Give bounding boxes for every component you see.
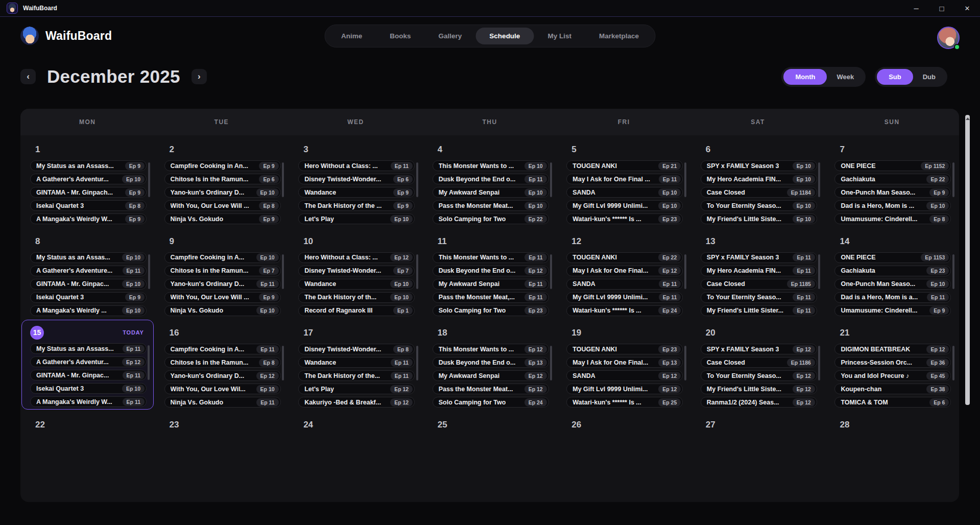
episode-list-scrollbar[interactable] <box>550 254 552 289</box>
day-cell-26[interactable]: 26 <box>557 411 691 503</box>
episode-pill[interactable]: Ranma1/2 (2024) Seas...Ep 12 <box>701 397 817 408</box>
episode-pill[interactable]: GINTAMA - Mr. Ginpac...Ep 11 <box>30 370 147 380</box>
day-cell-5[interactable]: 5TOUGEN ANKIEp 21May I Ask for One Final… <box>557 135 691 227</box>
episode-pill[interactable]: Pass the Monster Meat,...Ep 11 <box>433 292 549 303</box>
episode-pill[interactable]: SANDAEp 10 <box>566 187 683 198</box>
day-cell-22[interactable]: 22 <box>20 411 155 503</box>
episode-pill[interactable]: Yano-kun's Ordinary D...Ep 12 <box>164 370 281 381</box>
episode-list-scrollbar[interactable] <box>282 162 284 197</box>
nav-tab-anime[interactable]: Anime <box>327 28 376 44</box>
episode-pill[interactable]: May I Ask for One Final...Ep 12 <box>566 266 683 276</box>
episode-pill[interactable]: Kakuriyo -Bed & Breakf...Ep 12 <box>298 397 415 408</box>
day-cell-11[interactable]: 11This Monster Wants to ...Ep 11Dusk Bey… <box>423 227 557 319</box>
episode-pill[interactable]: Dusk Beyond the End o...Ep 12 <box>433 266 549 276</box>
day-cell-21[interactable]: 21DIGIMON BEATBREAKEp 12Princess-Session… <box>825 319 959 411</box>
day-cell-24[interactable]: 24 <box>289 411 423 503</box>
episode-list-scrollbar[interactable] <box>684 162 686 197</box>
episode-pill[interactable]: My Awkward SenpaiEp 12 <box>433 370 549 381</box>
episode-pill[interactable]: WandanceEp 9 <box>298 187 415 198</box>
episode-pill[interactable]: GachiakutaEp 22 <box>834 174 951 184</box>
episode-list-scrollbar[interactable] <box>148 345 150 380</box>
episode-pill[interactable]: Umamusume: Cinderell...Ep 9 <box>834 305 951 316</box>
episode-list-scrollbar[interactable] <box>952 346 954 380</box>
episode-pill[interactable]: Watari-kun's ****** Is ...Ep 25 <box>566 397 683 408</box>
nav-tab-schedule[interactable]: Schedule <box>475 28 534 44</box>
episode-pill[interactable]: ONE PIECEEp 1152 <box>834 160 951 171</box>
episode-pill[interactable]: Disney Twisted-Wonder...Ep 7 <box>298 266 415 276</box>
episode-pill[interactable]: The Dark History of the...Ep 11 <box>298 370 415 381</box>
maximize-button[interactable]: □ <box>929 0 954 16</box>
episode-pill[interactable]: Let's PlayEp 10 <box>298 213 415 224</box>
episode-pill[interactable]: DIGIMON BEATBREAKEp 12 <box>834 344 951 354</box>
episode-pill[interactable]: My Gift Lvl 9999 Unlimi...Ep 10 <box>566 200 683 211</box>
episode-list-scrollbar[interactable] <box>416 162 418 197</box>
episode-list-scrollbar[interactable] <box>148 162 150 197</box>
episode-pill[interactable]: A Gatherer's Adventur...Ep 10 <box>30 174 147 184</box>
episode-pill[interactable]: This Monster Wants to ...Ep 10 <box>433 160 549 171</box>
nav-tab-books[interactable]: Books <box>376 28 424 44</box>
user-avatar[interactable] <box>937 27 960 49</box>
main-scrollbar[interactable] <box>965 115 970 405</box>
episode-list-scrollbar[interactable] <box>684 254 686 289</box>
episode-pill[interactable]: TOUGEN ANKIEp 23 <box>566 344 683 354</box>
episode-pill[interactable]: A Mangaka's Weirdly ...Ep 10 <box>30 305 147 316</box>
episode-pill[interactable]: Yano-kun's Ordinary D...Ep 10 <box>164 187 281 198</box>
episode-pill[interactable]: Isekai Quartet 3Ep 9 <box>30 292 147 303</box>
episode-list-scrollbar[interactable] <box>952 162 954 197</box>
view-toggle-week[interactable]: Week <box>827 69 864 85</box>
episode-pill[interactable]: My Gift Lvl 9999 Unlimi...Ep 11 <box>566 292 683 303</box>
day-cell-17[interactable]: 17Disney Twisted-Wonder...Ep 8WandanceEp… <box>289 319 423 411</box>
episode-list-scrollbar[interactable] <box>416 254 418 289</box>
episode-pill[interactable]: Isekai Quartet 3Ep 8 <box>30 200 147 211</box>
episode-pill[interactable]: Campfire Cooking in A...Ep 11 <box>164 344 281 354</box>
day-cell-10[interactable]: 10Hero Without a Class: ...Ep 12Disney T… <box>289 227 423 319</box>
episode-pill[interactable]: Ninja Vs. GokudoEp 10 <box>164 305 281 316</box>
episode-list-scrollbar[interactable] <box>818 162 820 197</box>
episode-pill[interactable]: Ninja Vs. GokudoEp 11 <box>164 397 281 408</box>
day-cell-9[interactable]: 9Campfire Cooking in A...Ep 10Chitose Is… <box>155 227 289 319</box>
episode-pill[interactable]: WandanceEp 10 <box>298 279 415 290</box>
episode-pill[interactable]: My Status as an Assass...Ep 11 <box>30 343 147 354</box>
episode-pill[interactable]: The Dark History of th...Ep 10 <box>298 292 415 303</box>
day-cell-18[interactable]: 18This Monster Wants to ...Ep 12Dusk Bey… <box>423 319 557 411</box>
episode-pill[interactable]: Solo Camping for TwoEp 22 <box>433 213 549 224</box>
episode-pill[interactable]: GINTAMA - Mr. Ginpac...Ep 10 <box>30 279 147 290</box>
episode-pill[interactable]: SANDAEp 12 <box>566 370 683 381</box>
episode-pill[interactable]: Pass the Monster Meat...Ep 10 <box>433 200 549 211</box>
episode-pill[interactable]: This Monster Wants to ...Ep 12 <box>433 344 549 354</box>
nav-tab-my-list[interactable]: My List <box>534 28 585 44</box>
episode-pill[interactable]: One-Punch Man Seaso...Ep 9 <box>834 187 951 198</box>
episode-pill[interactable]: My Awkward SenpaiEp 10 <box>433 187 549 198</box>
lang-toggle-dub[interactable]: Dub <box>913 69 945 85</box>
day-cell-19[interactable]: 19TOUGEN ANKIEp 23May I Ask for One Fina… <box>557 319 691 411</box>
episode-pill[interactable]: A Gatherer's Adventur...Ep 12 <box>30 356 147 367</box>
episode-pill[interactable]: Disney Twisted-Wonder...Ep 6 <box>298 174 415 184</box>
episode-pill[interactable]: With You, Our Love Wil...Ep 10 <box>164 384 281 394</box>
episode-pill[interactable]: A Mangaka's Weirdly W...Ep 9 <box>30 213 147 224</box>
episode-pill[interactable]: Watari-kun's ****** Is ...Ep 23 <box>566 213 683 224</box>
episode-pill[interactable]: Dad is a Hero, Mom is a...Ep 11 <box>834 292 951 303</box>
episode-list-scrollbar[interactable] <box>684 346 686 380</box>
episode-pill[interactable]: May I Ask for One Final...Ep 13 <box>566 357 683 368</box>
episode-list-scrollbar[interactable] <box>282 254 284 289</box>
episode-pill[interactable]: My Friend's Little Siste...Ep 12 <box>701 384 817 394</box>
episode-pill[interactable]: My Hero Academia FIN...Ep 11 <box>701 266 817 276</box>
episode-pill[interactable]: To Your Eternity Seaso...Ep 11 <box>701 292 817 303</box>
episode-pill[interactable]: Hero Without a Class: ...Ep 12 <box>298 252 415 263</box>
day-cell-27[interactable]: 27 <box>691 411 825 503</box>
episode-pill[interactable]: Chitose Is in the Ramun...Ep 7 <box>164 266 281 276</box>
episode-pill[interactable]: TOUGEN ANKIEp 22 <box>566 252 683 263</box>
episode-pill[interactable]: Umamusume: Cinderell...Ep 8 <box>834 213 951 224</box>
episode-list-scrollbar[interactable] <box>148 254 150 289</box>
next-month-button[interactable]: › <box>192 69 207 84</box>
episode-pill[interactable]: Princess-Session Orc...Ep 36 <box>834 357 951 368</box>
day-cell-15[interactable]: 15TODAYMy Status as an Assass...Ep 11A G… <box>21 320 154 410</box>
episode-pill[interactable]: TOMICA & TOMEp 6 <box>834 397 951 408</box>
episode-pill[interactable]: My Gift Lvl 9999 Unlimi...Ep 12 <box>566 384 683 394</box>
episode-pill[interactable]: Disney Twisted-Wonder...Ep 8 <box>298 344 415 354</box>
episode-pill[interactable]: GINTAMA - Mr. Ginpach...Ep 9 <box>30 187 147 198</box>
episode-pill[interactable]: Isekai Quartet 3Ep 10 <box>30 383 147 394</box>
close-button[interactable]: ✕ <box>954 0 980 16</box>
episode-pill[interactable]: To Your Eternity Seaso...Ep 10 <box>701 200 817 211</box>
nav-tab-marketplace[interactable]: Marketplace <box>585 28 653 44</box>
